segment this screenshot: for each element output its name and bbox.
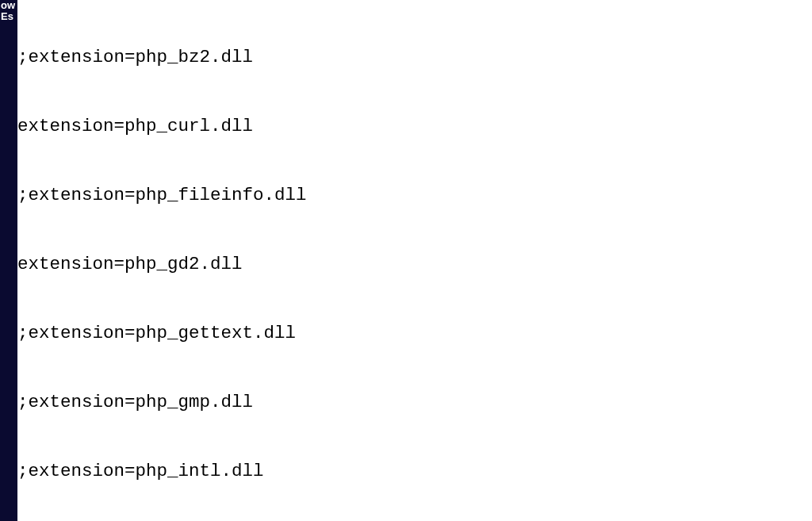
code-line[interactable]: extension=php_curl.dll [17,115,812,138]
text-editor-content[interactable]: ;extension=php_bz2.dll extension=php_cur… [17,0,812,521]
code-line[interactable]: ;extension=php_gmp.dll [17,391,812,414]
code-line[interactable]: ;extension=php_gettext.dll [17,322,812,345]
code-line[interactable]: extension=php_gd2.dll [17,253,812,276]
code-line[interactable]: ;extension=php_intl.dll [17,460,812,483]
code-line[interactable]: ;extension=php_bz2.dll [17,46,812,69]
gutter-fragment: Es [0,11,17,22]
code-line[interactable]: ;extension=php_fileinfo.dll [17,184,812,207]
gutter-fragment: ow [0,0,17,11]
editor-gutter: ow Es [0,0,17,521]
